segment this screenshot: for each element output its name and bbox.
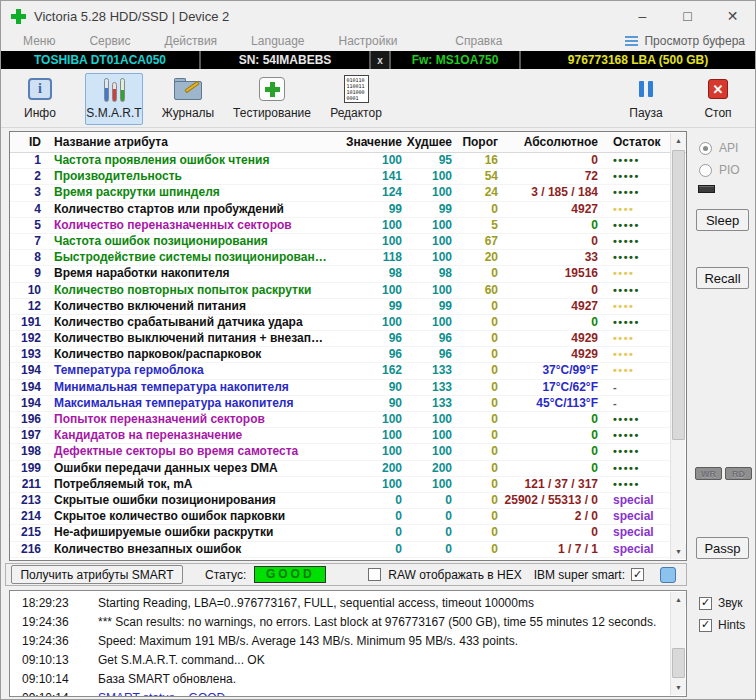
api-radio-row[interactable]: API — [699, 141, 738, 155]
table-row[interactable]: 193Количество парковок/распарковок969604… — [10, 347, 671, 363]
recall-button[interactable]: Recall — [696, 267, 749, 289]
table-row[interactable]: 198Дефектные секторы во время самотеста1… — [10, 444, 671, 460]
table-row[interactable]: 3Время раскрутки шпинделя124100243 / 185… — [10, 185, 671, 201]
table-row[interactable]: 4Количество стартов или пробуждений99990… — [10, 202, 671, 218]
table-row[interactable]: 214Скрытое количество ошибок парковки000… — [10, 509, 671, 525]
table-row[interactable]: 199Ошибки передачи данных через DMA20020… — [10, 461, 671, 477]
attr-id: 4 — [10, 202, 46, 217]
testing-button[interactable]: Тестирование — [231, 73, 313, 125]
attr-threshold: 0 — [454, 477, 500, 492]
smart-button[interactable]: S.M.A.R.T — [85, 73, 143, 125]
table-row[interactable]: 2Производительность1411005472••••• — [10, 169, 671, 185]
table-row[interactable]: 10Количество повторных попыток раскрутки… — [10, 283, 671, 299]
header-id[interactable]: ID — [10, 135, 46, 149]
attr-absolute: 4929 — [500, 331, 600, 346]
app-logo-cross-icon — [11, 9, 26, 24]
attr-value: 100 — [338, 153, 404, 168]
attr-threshold: 20 — [454, 250, 500, 265]
log-scrollbar-thumb[interactable] — [672, 648, 685, 678]
attr-health: •••• — [600, 331, 671, 346]
sound-checkbox-row[interactable]: Звук — [699, 596, 743, 610]
table-row[interactable]: 192Количество выключений питания + внеза… — [10, 331, 671, 347]
attr-name: Количество выключений питания + внезап… — [46, 331, 338, 346]
table-row[interactable]: 5Количество переназначенных секторов1001… — [10, 218, 671, 234]
minimize-button[interactable]: – — [620, 1, 665, 31]
hints-checkbox-row[interactable]: Hints — [699, 618, 745, 632]
scroll-down-icon[interactable]: ▼ — [671, 544, 686, 559]
header-worst[interactable]: Худшее — [404, 135, 454, 149]
close-button[interactable]: ✕ — [710, 1, 755, 31]
scroll-up-icon[interactable]: ▲ — [671, 133, 686, 148]
stop-button[interactable]: ✕ Стоп — [689, 73, 747, 125]
table-row[interactable]: 9Время наработки накопителя9898019516•••… — [10, 266, 671, 282]
log-scroll-down-icon[interactable]: ▼ — [671, 680, 686, 695]
table-row[interactable]: 7Частота ошибок позиционирования10010067… — [10, 234, 671, 250]
passp-button[interactable]: Passp — [696, 537, 749, 559]
menu-item-service[interactable]: Сервис — [89, 34, 130, 48]
attr-absolute: 0 — [500, 444, 600, 459]
table-row[interactable]: 194Максимальная температура накопителя90… — [10, 396, 671, 412]
table-row[interactable]: 191Количество срабатываний датчика удара… — [10, 315, 671, 331]
wr-button[interactable]: WR — [695, 467, 722, 480]
attr-threshold: 5 — [454, 218, 500, 233]
table-scrollbar[interactable]: ▲ ▼ — [670, 133, 685, 559]
header-name[interactable]: Название атрибута — [46, 135, 338, 149]
attr-worst: 96 — [404, 331, 454, 346]
log-scrollbar[interactable]: ▲ ▼ — [670, 592, 685, 695]
table-row[interactable]: 196Попыток переназначений секторов100100… — [10, 412, 671, 428]
attr-id: 214 — [10, 509, 46, 524]
menu-item-menu[interactable]: Меню — [23, 34, 55, 48]
ibm-indicator-button[interactable] — [660, 567, 676, 583]
attr-absolute: 72 — [500, 169, 600, 184]
info-button[interactable]: i Инфо — [11, 73, 69, 125]
table-row[interactable]: 194Минимальная температура накопителя901… — [10, 380, 671, 396]
log-scroll-up-icon[interactable]: ▲ — [671, 592, 686, 607]
pio-radio-icon[interactable] — [699, 164, 712, 177]
attr-threshold: 0 — [454, 444, 500, 459]
table-row[interactable]: 215Не-афишируемые ошибки раскрутки0000sp… — [10, 525, 671, 541]
attr-absolute: 121 / 37 / 317 — [500, 477, 600, 492]
attr-threshold: 0 — [454, 493, 500, 508]
journals-button[interactable]: Журналы — [159, 73, 217, 125]
table-row[interactable]: 8Быстродействие системы позиционирован…1… — [10, 250, 671, 266]
pio-radio-row[interactable]: PIO — [699, 163, 740, 177]
table-row[interactable]: 216Количество внезапных ошибок0001 / 7 /… — [10, 542, 671, 558]
table-row[interactable]: 194Температура гермоблока162133037°C/99°… — [10, 363, 671, 379]
info-icon: i — [28, 78, 52, 100]
maximize-button[interactable]: □ — [665, 1, 710, 31]
hints-checkbox[interactable] — [699, 619, 712, 632]
table-row[interactable]: 211Потребляемый ток, mA1001000121 / 37 /… — [10, 477, 671, 493]
header-threshold[interactable]: Порог — [454, 135, 500, 149]
attr-threshold: 67 — [454, 234, 500, 249]
attr-health: ••••• — [600, 477, 671, 492]
attr-value: 0 — [338, 525, 404, 540]
sleep-button[interactable]: Sleep — [696, 209, 749, 231]
table-row[interactable]: 12Количество включений питания999904927•… — [10, 299, 671, 315]
attr-health: ••••• — [600, 315, 671, 330]
header-absolute[interactable]: Абсолютное — [500, 135, 600, 149]
menu-item-actions[interactable]: Действия — [165, 34, 218, 48]
get-smart-attributes-button[interactable]: Получить атрибуты SMART — [11, 565, 183, 584]
menu-item-help[interactable]: Справка — [455, 34, 502, 48]
attr-worst: 133 — [404, 396, 454, 411]
pause-button[interactable]: Пауза — [617, 73, 675, 125]
ibm-super-smart-checkbox[interactable] — [631, 568, 644, 581]
editor-button[interactable]: 010110 110011 101000 0001 Редактор — [327, 73, 385, 125]
buffer-view-button[interactable]: Просмотр буфера — [625, 34, 745, 48]
menu-item-settings[interactable]: Настройки — [339, 34, 398, 48]
attr-id: 216 — [10, 542, 46, 557]
api-radio-icon[interactable] — [699, 142, 712, 155]
table-row[interactable]: 1Частота проявления ошибок чтения1009516… — [10, 153, 671, 169]
sound-checkbox[interactable] — [699, 597, 712, 610]
header-value[interactable]: Значение — [338, 135, 404, 149]
attr-name: Скрытое количество ошибок парковки — [46, 509, 338, 524]
table-row[interactable]: 197Кандидатов на переназначение10010000•… — [10, 428, 671, 444]
menu-item-language[interactable]: Language — [251, 34, 304, 48]
log-lines: 18:29:23Starting Reading, LBA=0..9767731… — [10, 594, 670, 697]
rd-button[interactable]: RD — [725, 467, 752, 480]
table-row[interactable]: 213Скрытые ошибки позиционирования000259… — [10, 493, 671, 509]
raw-hex-checkbox[interactable] — [368, 568, 381, 581]
table-scrollbar-thumb[interactable] — [672, 150, 685, 440]
attr-value: 100 — [338, 234, 404, 249]
attr-health: •••• — [600, 347, 671, 362]
